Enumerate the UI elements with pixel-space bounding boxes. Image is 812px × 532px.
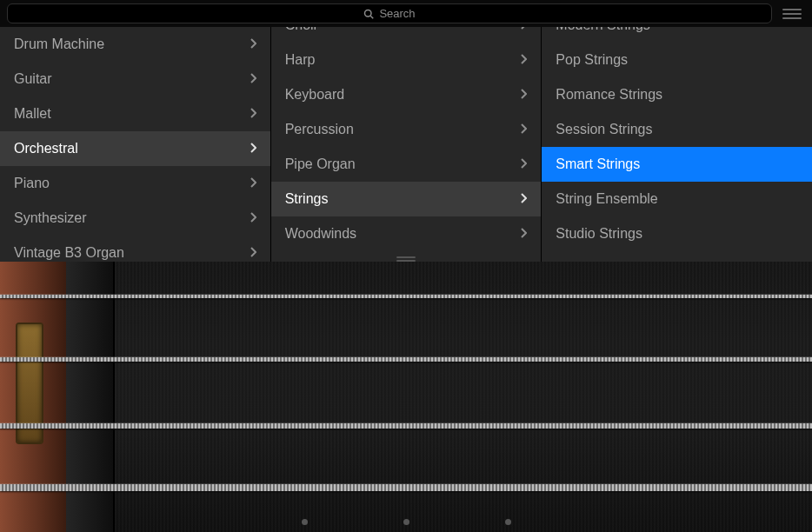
instrument-view[interactable] [0, 262, 812, 532]
preset-item[interactable]: Session Strings [542, 112, 812, 147]
category-item[interactable]: Drum Machine [0, 27, 270, 62]
subcategory-item[interactable]: Choir [271, 27, 542, 43]
search-placeholder: Search [379, 7, 415, 20]
preset-item[interactable]: Pop Strings [542, 43, 812, 77]
search-input[interactable]: Search [7, 3, 772, 23]
category-item-label: Mallet [14, 106, 51, 122]
preset-item-label: String Ensemble [556, 191, 657, 207]
subcategory-item-label: Pipe Organ [285, 156, 356, 172]
subcategory-item-label: Strings [285, 191, 329, 207]
page-dot[interactable] [302, 519, 308, 525]
svg-line-1 [371, 16, 374, 18]
chevron-right-icon [250, 71, 256, 87]
string-3[interactable] [0, 423, 812, 429]
subcategory-item-label: Harp [285, 52, 316, 68]
column-presets: Modern StringsPop StringsRomance Strings… [542, 27, 812, 262]
page-dot[interactable] [403, 519, 409, 525]
chevron-right-icon [520, 226, 527, 242]
string-1[interactable] [0, 295, 812, 298]
preset-item-label: Session Strings [556, 122, 652, 137]
subcategory-item[interactable]: Strings [271, 182, 542, 216]
top-bar: Search [0, 0, 812, 27]
chevron-right-icon [250, 37, 256, 52]
category-item-label: Piano [14, 176, 50, 191]
preset-item-label: Smart Strings [556, 156, 640, 172]
subcategory-item[interactable]: Keyboard [271, 77, 542, 112]
column-subcategories: ChoirHarpKeyboardPercussionPipe OrganStr… [271, 27, 542, 262]
subcategory-item-label: Choir [285, 27, 318, 33]
chevron-right-icon [250, 176, 256, 191]
preset-item-label: Romance Strings [556, 87, 662, 103]
category-item-label: Guitar [14, 71, 52, 87]
preset-item[interactable]: Studio Strings [542, 216, 812, 251]
preset-item-label: Studio Strings [556, 226, 642, 242]
chevron-right-icon [520, 87, 527, 103]
chevron-right-icon [520, 122, 527, 137]
chevron-right-icon [250, 245, 256, 261]
chevron-right-icon [250, 106, 256, 122]
subcategory-item[interactable]: Harp [271, 43, 542, 77]
category-item[interactable]: Vintage B3 Organ [0, 236, 270, 262]
category-item[interactable]: Orchestral [0, 131, 270, 166]
svg-point-0 [365, 10, 372, 17]
chevron-right-icon [520, 52, 527, 68]
preset-item[interactable]: String Ensemble [542, 182, 812, 216]
chevron-right-icon [520, 27, 527, 33]
category-item-label: Drum Machine [14, 37, 104, 52]
column-categories: Drum MachineGuitarMalletOrchestralPianoS… [0, 27, 271, 262]
chevron-right-icon [250, 210, 256, 226]
category-item-label: Vintage B3 Organ [14, 245, 124, 261]
string-2[interactable] [0, 357, 812, 362]
preset-item-label: Pop Strings [556, 52, 628, 68]
browser-panel: Drum MachineGuitarMalletOrchestralPianoS… [0, 27, 812, 262]
chevron-right-icon [250, 141, 256, 156]
page-indicator[interactable] [0, 519, 812, 525]
subcategory-item[interactable]: Woodwinds [271, 216, 542, 251]
category-item[interactable]: Piano [0, 166, 270, 201]
preset-item[interactable]: Modern Strings [542, 27, 812, 43]
preset-item-label: Modern Strings [556, 27, 650, 33]
page-dot[interactable] [505, 519, 511, 525]
category-item-label: Orchestral [14, 141, 78, 156]
chevron-right-icon [520, 191, 527, 207]
subcategory-item-label: Keyboard [285, 87, 345, 103]
string-4[interactable] [0, 484, 812, 491]
subcategory-item[interactable]: Percussion [271, 112, 542, 147]
category-item-label: Synthesizer [14, 210, 87, 226]
subcategory-item-label: Woodwinds [285, 226, 356, 242]
category-item[interactable]: Mallet [0, 96, 270, 131]
strings [0, 262, 812, 532]
menu-icon[interactable] [779, 4, 805, 23]
category-item[interactable]: Guitar [0, 62, 270, 96]
search-icon [363, 9, 374, 19]
preset-item[interactable]: Romance Strings [542, 77, 812, 112]
category-item[interactable]: Synthesizer [0, 201, 270, 236]
chevron-right-icon [520, 156, 527, 172]
subcategory-item[interactable]: Pipe Organ [271, 147, 542, 182]
preset-item[interactable]: Smart Strings [542, 147, 812, 182]
subcategory-item-label: Percussion [285, 122, 354, 137]
